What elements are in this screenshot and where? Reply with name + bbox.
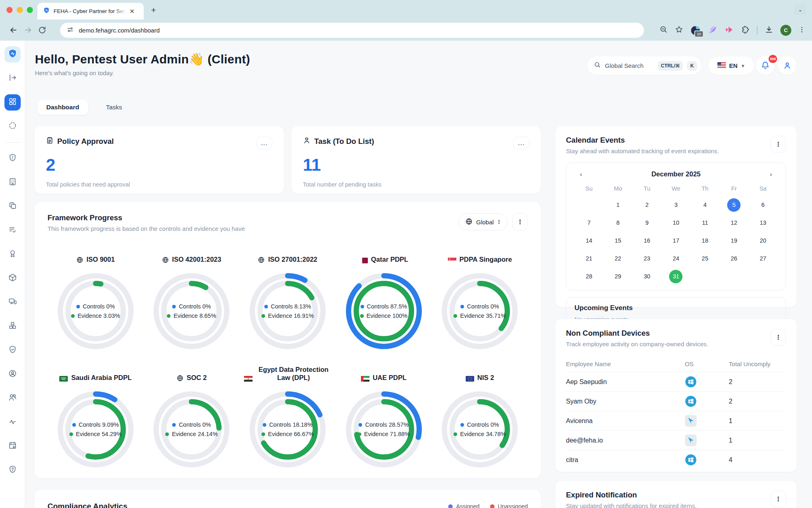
sidebar-item-award[interactable] bbox=[4, 246, 21, 263]
tab-dashboard[interactable]: Dashboard bbox=[37, 100, 88, 115]
calendar-day[interactable]: 18 bbox=[691, 232, 719, 250]
language-selector[interactable]: EN ▼ bbox=[708, 56, 754, 75]
calendar-day[interactable]: 25 bbox=[691, 250, 719, 267]
new-tab-button[interactable]: + bbox=[151, 5, 156, 15]
site-info-icon[interactable] bbox=[67, 26, 74, 35]
profile-avatar[interactable]: C bbox=[780, 25, 791, 36]
reload-icon[interactable] bbox=[38, 26, 46, 34]
calendar-day[interactable]: 17 bbox=[661, 232, 690, 250]
quill-extension-icon[interactable] bbox=[708, 25, 717, 36]
expired-menu-button[interactable]: ⋮ bbox=[771, 491, 786, 508]
calendar-day[interactable]: 26 bbox=[719, 250, 748, 267]
sidebar-item-calendar-plus[interactable] bbox=[4, 438, 21, 454]
calendar-day[interactable]: 7 bbox=[574, 214, 603, 232]
notification-count-badge: 300 bbox=[769, 55, 777, 63]
sidebar-item-shield-alert[interactable] bbox=[4, 150, 21, 167]
sidebar-item-building[interactable] bbox=[4, 174, 21, 191]
expired-notification-card: Expired Notification Stay updated with n… bbox=[555, 481, 797, 508]
calendar-empty-cell bbox=[719, 267, 748, 285]
calendar-day[interactable]: 11 bbox=[691, 214, 719, 232]
zoom-out-icon[interactable] bbox=[659, 25, 668, 35]
sidebar-item-shield-question[interactable] bbox=[4, 462, 21, 478]
calendar-day-header: Fr bbox=[719, 182, 748, 196]
bookmark-star-icon[interactable] bbox=[675, 25, 683, 35]
uncomply-count: 4 bbox=[729, 456, 786, 464]
policy-card-menu-button[interactable]: ... bbox=[256, 137, 272, 150]
browser-menu-kebab-icon[interactable] bbox=[798, 26, 806, 35]
sidebar-item-scan[interactable] bbox=[4, 118, 21, 135]
browser-tab[interactable]: FEHA - Cyber Partner for Sec ✕ bbox=[37, 3, 144, 20]
back-icon[interactable] bbox=[9, 26, 18, 35]
calendar-day[interactable]: 14 bbox=[574, 232, 603, 250]
copy-icon bbox=[8, 201, 17, 212]
calendar-day[interactable]: 13 bbox=[749, 214, 777, 232]
sidebar-item-dashboard[interactable] bbox=[4, 94, 21, 111]
sidebar-item-users[interactable] bbox=[4, 390, 21, 406]
calendar-day[interactable]: 1 bbox=[603, 196, 632, 214]
account-button[interactable] bbox=[778, 56, 797, 75]
calendar-day[interactable]: 8 bbox=[603, 214, 632, 232]
calendar-day[interactable]: 19 bbox=[719, 232, 748, 250]
calendar-day[interactable]: 21 bbox=[574, 250, 603, 267]
calendar-day[interactable]: 2 bbox=[633, 196, 661, 214]
controls-legend: Controls 0% bbox=[172, 303, 211, 310]
sidebar-item-shield-check[interactable] bbox=[4, 342, 21, 358]
framework-scope-select[interactable]: Global ▲▼ bbox=[458, 213, 508, 230]
sidebar-item-package[interactable] bbox=[4, 270, 21, 287]
calendar-day[interactable]: 30 bbox=[633, 267, 661, 285]
calendar-day[interactable]: 10 bbox=[661, 214, 690, 232]
tab-search-button[interactable]: ⌄ bbox=[794, 4, 806, 15]
tab-tasks[interactable]: Tasks bbox=[97, 100, 131, 115]
sidebar-item-cubes[interactable] bbox=[4, 318, 21, 334]
calendar-day[interactable]: 9 bbox=[633, 214, 661, 232]
framework-name: Qatar PDPL bbox=[359, 244, 408, 264]
pink-arrow-extension-icon[interactable] bbox=[724, 25, 734, 36]
calendar-prev-button[interactable]: ‹ bbox=[576, 171, 586, 178]
page: FEHA - Cyber Partner for Sec ✕ + ⌄ demo.… bbox=[0, 0, 812, 508]
minimize-window-button[interactable] bbox=[17, 7, 23, 13]
tab-close-icon[interactable]: ✕ bbox=[130, 8, 135, 14]
calendar-day[interactable]: 20 bbox=[749, 232, 777, 250]
calendar-day[interactable]: 4 bbox=[691, 196, 719, 214]
sidebar-item-user-circle[interactable] bbox=[4, 366, 21, 382]
extensions-puzzle-icon[interactable] bbox=[741, 25, 750, 36]
framework-menu-button[interactable]: ⋮ bbox=[512, 213, 528, 230]
devices-menu-button[interactable]: ⋮ bbox=[771, 329, 786, 346]
calendar-day[interactable]: 15 bbox=[603, 232, 632, 250]
calendar-day[interactable]: 28 bbox=[574, 267, 603, 285]
maximize-window-button[interactable] bbox=[27, 7, 33, 13]
calendar-day[interactable]: 5 bbox=[719, 196, 748, 214]
globe-icon bbox=[465, 218, 473, 226]
calendar-day[interactable]: 23 bbox=[633, 250, 661, 267]
downloads-icon[interactable] bbox=[764, 25, 773, 36]
sidebar-item-activity[interactable] bbox=[4, 414, 21, 430]
calendar-day[interactable]: 12 bbox=[719, 214, 748, 232]
framework-donut-chart: Controls 18.18%Evidence 66.67% bbox=[246, 388, 329, 471]
global-search-input[interactable]: Global Search CTRL/⌘ K bbox=[587, 56, 701, 75]
close-window-button[interactable] bbox=[6, 7, 13, 13]
calendar-day[interactable]: 16 bbox=[633, 232, 661, 250]
forward-icon[interactable] bbox=[24, 26, 32, 35]
calendar-next-button[interactable]: › bbox=[766, 171, 776, 178]
devices-title: Non Compliant Devices bbox=[566, 329, 708, 338]
framework-name: SOC 2 bbox=[177, 363, 207, 382]
calendar-day[interactable]: 29 bbox=[603, 267, 632, 285]
app-logo[interactable] bbox=[4, 46, 21, 63]
clipboard-icon bbox=[46, 137, 54, 146]
calendar-day[interactable]: 31 bbox=[661, 267, 690, 285]
sidebar-item-copy[interactable] bbox=[4, 198, 21, 215]
calendar-menu-button[interactable]: ⋮ bbox=[771, 136, 786, 153]
person-icon bbox=[303, 137, 311, 146]
calendar-day[interactable]: 3 bbox=[661, 196, 690, 214]
calendar-day[interactable]: 24 bbox=[661, 250, 690, 267]
address-bar[interactable]: demo.fehagrc.com/dashboard bbox=[60, 23, 644, 38]
extension-shortcut-icon[interactable]: 20 bbox=[690, 25, 701, 36]
sidebar-item-collapse[interactable] bbox=[4, 70, 21, 87]
task-card-menu-button[interactable]: ... bbox=[513, 137, 529, 150]
sidebar-item-devices[interactable] bbox=[4, 294, 21, 310]
sidebar-item-list-check[interactable] bbox=[4, 222, 21, 239]
calendar-day[interactable]: 6 bbox=[749, 196, 777, 214]
calendar-day[interactable]: 27 bbox=[749, 250, 777, 267]
notifications-button[interactable]: 300 bbox=[756, 56, 775, 75]
calendar-day[interactable]: 22 bbox=[603, 250, 632, 267]
